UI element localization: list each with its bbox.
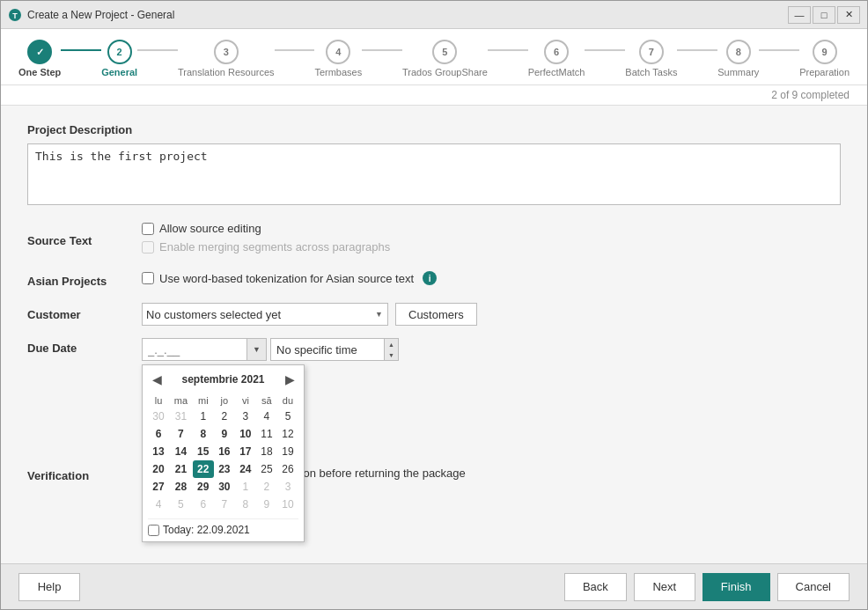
time-input-wrapper: ▲ ▼ (270, 338, 399, 361)
cal-cell-1-5[interactable]: 11 (256, 425, 277, 443)
cal-cell-4-2[interactable]: 29 (193, 478, 214, 496)
cal-cell-5-2[interactable]: 6 (193, 496, 214, 513)
cal-cell-4-4[interactable]: 1 (235, 478, 256, 496)
cal-cell-0-0[interactable]: 30 (148, 408, 169, 425)
connector-8 (759, 49, 799, 51)
cal-cell-2-0[interactable]: 13 (148, 443, 169, 460)
project-description-input[interactable] (27, 143, 841, 205)
step-batch-tasks-label: Batch Tasks (625, 67, 677, 77)
cal-cell-0-2[interactable]: 1 (193, 408, 214, 425)
enable-merging-checkbox (142, 241, 154, 254)
cal-cell-2-5[interactable]: 18 (256, 443, 277, 460)
allow-source-editing-checkbox[interactable] (142, 223, 154, 235)
cal-cell-0-1[interactable]: 31 (169, 408, 193, 425)
step-preparation-circle: 9 (813, 40, 837, 64)
svg-text:T: T (12, 11, 18, 20)
finish-button[interactable]: Finish (702, 573, 770, 601)
customer-select[interactable]: No customers selected yet (142, 303, 388, 326)
step-general[interactable]: 2 General (101, 40, 137, 77)
step-summary[interactable]: 8 Summary (717, 40, 759, 77)
minimize-button[interactable]: — (788, 6, 811, 24)
allow-source-editing-row: Allow source editing (142, 222, 841, 235)
content-area: Project Description Source Text Allow so… (1, 106, 867, 563)
next-button[interactable]: Next (634, 573, 695, 601)
cal-cell-3-0[interactable]: 20 (148, 460, 169, 478)
cal-cell-1-4[interactable]: 10 (235, 425, 256, 443)
connector-3 (275, 49, 315, 51)
cal-cell-5-6[interactable]: 10 (277, 496, 298, 513)
step-trados-groupshare[interactable]: 5 Trados GroupShare (402, 40, 488, 77)
calendar-next-button[interactable]: ▶ (281, 371, 298, 388)
time-spinner[interactable]: ▲ ▼ (385, 338, 399, 361)
cal-cell-3-4[interactable]: 24 (235, 460, 256, 478)
date-dropdown-button[interactable]: ▼ (247, 338, 267, 361)
step-translation-resources[interactable]: 3 Translation Resources (178, 40, 275, 77)
cal-cell-5-4[interactable]: 8 (235, 496, 256, 513)
cal-day-ma: ma (169, 393, 193, 408)
cal-cell-5-1[interactable]: 5 (169, 496, 193, 513)
cal-cell-1-0[interactable]: 6 (148, 425, 169, 443)
cal-cell-0-4[interactable]: 3 (235, 408, 256, 425)
project-description-title: Project Description (27, 123, 841, 136)
due-date-row: Due Date ▼ ▲ ▼ (27, 338, 841, 361)
cal-day-du: du (277, 393, 298, 408)
cal-cell-5-0[interactable]: 4 (148, 496, 169, 513)
cal-cell-4-0[interactable]: 27 (148, 478, 169, 496)
cal-cell-0-3[interactable]: 2 (214, 408, 235, 425)
due-date-input-row: ▼ ▲ ▼ ◀ septembrie 2021 (142, 338, 841, 361)
enable-merging-row: Enable merging segments across paragraph… (142, 240, 841, 254)
cal-cell-4-6[interactable]: 3 (277, 478, 298, 496)
connector-1 (61, 49, 101, 51)
word-tokenization-checkbox[interactable] (142, 272, 154, 284)
cal-cell-2-4[interactable]: 17 (235, 443, 256, 460)
time-input[interactable] (270, 338, 385, 361)
maximize-button[interactable]: □ (813, 6, 835, 24)
cal-cell-0-5[interactable]: 4 (256, 408, 277, 425)
back-button[interactable]: Back (564, 573, 627, 601)
cal-cell-2-3[interactable]: 16 (214, 443, 235, 460)
date-input[interactable] (142, 338, 247, 361)
help-button[interactable]: Help (18, 573, 80, 601)
cal-cell-5-3[interactable]: 7 (214, 496, 235, 513)
calendar-prev-button[interactable]: ◀ (148, 371, 166, 388)
calendar-week-3: 20212223242526 (148, 460, 298, 478)
main-window: T Create a New Project - General — □ ✕ ✓… (0, 0, 868, 610)
cal-cell-3-5[interactable]: 25 (256, 460, 277, 478)
cal-cell-3-6[interactable]: 26 (277, 460, 298, 478)
cal-cell-2-1[interactable]: 14 (169, 443, 193, 460)
cal-cell-1-6[interactable]: 12 (277, 425, 298, 443)
step-preparation[interactable]: 9 Preparation (799, 40, 850, 77)
source-text-controls: Allow source editing Enable merging segm… (142, 222, 841, 259)
cal-cell-3-1[interactable]: 21 (169, 460, 193, 478)
cal-cell-1-3[interactable]: 9 (214, 425, 235, 443)
cal-cell-1-2[interactable]: 8 (193, 425, 214, 443)
cal-cell-4-5[interactable]: 2 (256, 478, 277, 496)
asian-projects-row: Asian Projects Use word-based tokenizati… (27, 271, 841, 290)
cal-cell-2-6[interactable]: 19 (277, 443, 298, 460)
cancel-button[interactable]: Cancel (777, 573, 850, 601)
cal-cell-3-2[interactable]: 22 (193, 460, 214, 478)
cal-cell-4-1[interactable]: 28 (169, 478, 193, 496)
title-bar: T Create a New Project - General — □ ✕ (1, 1, 867, 29)
word-tokenization-info-icon[interactable]: i (423, 271, 437, 285)
step-perfectmatch[interactable]: 6 PerfectMatch (528, 40, 585, 77)
step-one-step[interactable]: ✓ One Step (18, 40, 61, 77)
cal-cell-5-5[interactable]: 9 (256, 496, 277, 513)
cal-cell-1-1[interactable]: 7 (169, 425, 193, 443)
progress-text: 2 of 9 completed (1, 85, 867, 106)
calendar-today-checkbox[interactable] (148, 525, 159, 536)
time-spinner-up[interactable]: ▲ (385, 339, 398, 349)
close-button[interactable]: ✕ (837, 6, 860, 24)
step-translation-resources-label: Translation Resources (178, 67, 275, 77)
customers-button[interactable]: Customers (395, 303, 477, 326)
time-spinner-down[interactable]: ▼ (385, 349, 398, 360)
calendar-week-5: 45678910 (148, 496, 298, 513)
cal-cell-2-2[interactable]: 15 (193, 443, 214, 460)
cal-cell-0-6[interactable]: 5 (277, 408, 298, 425)
window-title: Create a New Project - General (27, 9, 788, 21)
asian-projects-label: Asian Projects (27, 275, 142, 288)
step-batch-tasks[interactable]: 7 Batch Tasks (625, 40, 677, 77)
cal-cell-4-3[interactable]: 30 (214, 478, 235, 496)
cal-cell-3-3[interactable]: 23 (214, 460, 235, 478)
step-termbases[interactable]: 4 Termbases (314, 40, 362, 77)
